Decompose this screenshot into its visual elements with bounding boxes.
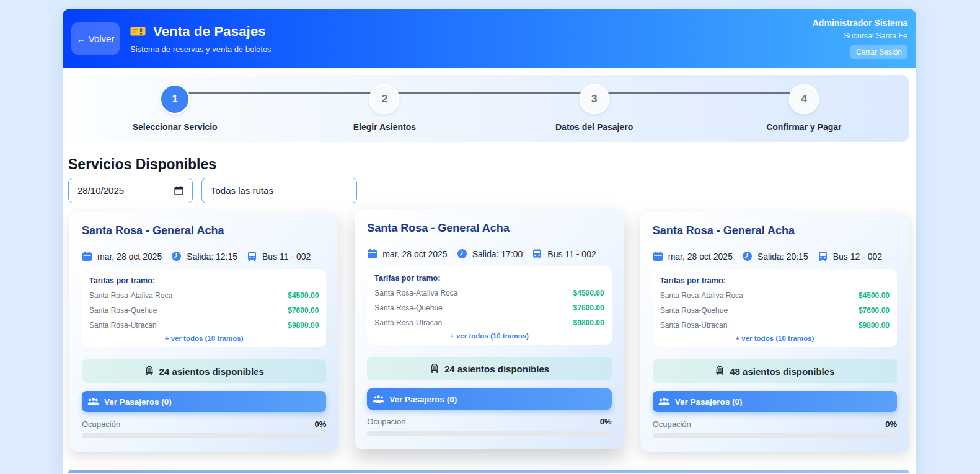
fare-name: Santa Rosa-Ataliva Roca [89, 291, 172, 300]
seats-available-text: 24 asientos disponibles [159, 366, 264, 377]
occupancy-row: Ocupación 0% [82, 419, 326, 429]
header-title-block: Venta de Pasajes Sistema de reservas y v… [130, 24, 271, 54]
service-bus-text: Bus 11 - 002 [547, 249, 596, 259]
fares-list: Santa Rosa-Ataliva Roca$4500.00Santa Ros… [374, 289, 604, 327]
bus-icon [532, 248, 542, 259]
fare-name: Santa Rosa-Quehue [374, 304, 442, 312]
passengers-icon [87, 397, 99, 406]
view-passengers-label: Ver Pasajeros (0) [389, 395, 457, 404]
next-section-header [68, 470, 909, 473]
service-departure: Salida: 20:15 [742, 251, 808, 261]
service-bus-text: Bus 12 - 002 [833, 252, 882, 261]
service-card[interactable]: Santa Rosa - General Acha mar, 28 oct 20… [355, 209, 624, 449]
fare-row: Santa Rosa-Quehue$7600.00 [374, 304, 604, 312]
fare-price: $4500.00 [288, 291, 319, 300]
date-input[interactable]: 28/10/2025 [68, 178, 193, 203]
service-bus: Bus 11 - 002 [247, 251, 311, 261]
seat-icon [430, 364, 439, 374]
passengers-icon [658, 397, 670, 406]
fare-row: Santa Rosa-Utracan$9800.00 [660, 321, 890, 330]
view-passengers-button[interactable]: Ver Pasajeros (0) [653, 391, 897, 412]
filters-row: 28/10/2025 Todas las rutas [68, 178, 911, 203]
view-passengers-button[interactable]: Ver Pasajeros (0) [82, 391, 326, 412]
fares-box: Tarifas por tramo: Santa Rosa-Ataliva Ro… [367, 266, 611, 345]
fare-price: $4500.00 [859, 291, 890, 300]
fare-price: $4500.00 [573, 289, 604, 297]
clock-icon [171, 251, 182, 261]
page-subtitle: Sistema de reservas y venta de boletos [130, 45, 271, 54]
fare-row: Santa Rosa-Quehue$7600.00 [89, 306, 319, 315]
view-passengers-label: Ver Pasajeros (0) [104, 397, 172, 406]
stepper-connector [398, 92, 580, 94]
fares-title: Tarifas por tramo: [374, 274, 604, 283]
stepper-connector [188, 92, 371, 94]
service-departure: Salida: 17:00 [457, 248, 523, 259]
step-label: Seleccionar Servicio [133, 122, 218, 132]
see-all-fares-link[interactable]: + ver todos (10 tramos) [374, 332, 604, 340]
service-departure-text: Salida: 12:15 [187, 252, 237, 261]
see-all-fares-link[interactable]: + ver todos (10 tramos) [660, 335, 890, 342]
occupancy-value: 0% [885, 419, 897, 429]
occupancy-progress-bar [653, 433, 897, 438]
see-all-fares-link[interactable]: + ver todos (10 tramos) [89, 335, 319, 342]
service-departure: Salida: 12:15 [171, 251, 237, 261]
service-meta-row: mar, 28 oct 2025 Salida: 17:00 Bus 11 - … [367, 248, 611, 259]
step-number: 1 [161, 86, 188, 113]
occupancy-value: 0% [600, 417, 612, 426]
service-card[interactable]: Santa Rosa - General Acha mar, 28 oct 20… [640, 212, 909, 452]
services-grid: Santa Rosa - General Acha mar, 28 oct 20… [69, 212, 909, 452]
step-select-service: 1 Seleccionar Servicio [70, 75, 280, 142]
occupancy-label: Ocupación [367, 417, 405, 426]
service-bus: Bus 11 - 002 [532, 248, 596, 259]
service-date-text: mar, 28 oct 2025 [382, 249, 447, 259]
seats-available-text: 48 asientos disponibles [730, 366, 834, 377]
fare-row: Santa Rosa-Ataliva Roca$4500.00 [89, 291, 319, 300]
view-passengers-label: Ver Pasajeros (0) [675, 397, 743, 406]
fare-row: Santa Rosa-Utracan$9800.00 [374, 318, 604, 327]
step-number: 4 [790, 86, 818, 113]
service-date: mar, 28 oct 2025 [82, 251, 162, 261]
occupancy-row: Ocupación 0% [653, 419, 897, 429]
seats-available-banner: 24 asientos disponibles [82, 359, 326, 383]
services-heading: Servicios Disponibles [68, 156, 911, 173]
fare-name: Santa Rosa-Ataliva Roca [660, 291, 743, 300]
fares-box: Tarifas por tramo: Santa Rosa-Ataliva Ro… [82, 269, 326, 347]
step-number: 3 [581, 86, 608, 113]
service-meta-row: mar, 28 oct 2025 Salida: 20:15 Bus 12 - … [653, 251, 897, 261]
date-value: 28/10/2025 [77, 185, 124, 196]
fare-row: Santa Rosa-Utracan$9800.00 [89, 321, 319, 330]
service-departure-text: Salida: 17:00 [472, 249, 523, 259]
service-card[interactable]: Santa Rosa - General Acha mar, 28 oct 20… [69, 212, 338, 452]
fare-price: $9800.00 [288, 321, 319, 330]
logout-button[interactable]: Cerrar Sesión [850, 45, 907, 59]
view-passengers-button[interactable]: Ver Pasajeros (0) [367, 388, 611, 410]
fare-name: Santa Rosa-Quehue [660, 306, 728, 315]
fare-price: $7600.00 [573, 304, 604, 312]
calendar-picker-icon[interactable] [174, 186, 183, 195]
fare-name: Santa Rosa-Utracan [660, 321, 728, 330]
route-filter-value: Todas las rutas [211, 185, 273, 196]
service-date-text: mar, 28 oct 2025 [97, 252, 162, 261]
calendar-icon [82, 251, 92, 261]
branch-name: Sucursal Santa Fe [844, 32, 907, 40]
occupancy-value: 0% [315, 419, 327, 429]
service-bus-text: Bus 11 - 002 [262, 252, 311, 261]
service-bus: Bus 12 - 002 [818, 251, 882, 261]
clock-icon [457, 248, 467, 259]
step-number: 2 [371, 86, 398, 113]
step-label: Confirmar y Pagar [766, 122, 841, 132]
service-date-text: mar, 28 oct 2025 [668, 252, 733, 261]
service-route-title: Santa Rosa - General Acha [367, 222, 611, 235]
route-filter-select[interactable]: Todas las rutas [201, 178, 357, 203]
stepper-connector [608, 92, 790, 94]
occupancy-progress-bar [367, 431, 611, 436]
fares-box: Tarifas por tramo: Santa Rosa-Ataliva Ro… [653, 269, 897, 347]
back-button[interactable]: ← Volver [71, 22, 120, 55]
occupancy-progress-bar [82, 433, 326, 438]
seat-icon [144, 366, 154, 376]
service-route-title: Santa Rosa - General Acha [82, 224, 326, 237]
step-choose-seats: 2 Elegir Asientos [280, 75, 489, 142]
ticket-icon [130, 25, 146, 37]
service-meta-row: mar, 28 oct 2025 Salida: 12:15 Bus 11 - … [82, 251, 326, 261]
calendar-icon [653, 251, 663, 261]
